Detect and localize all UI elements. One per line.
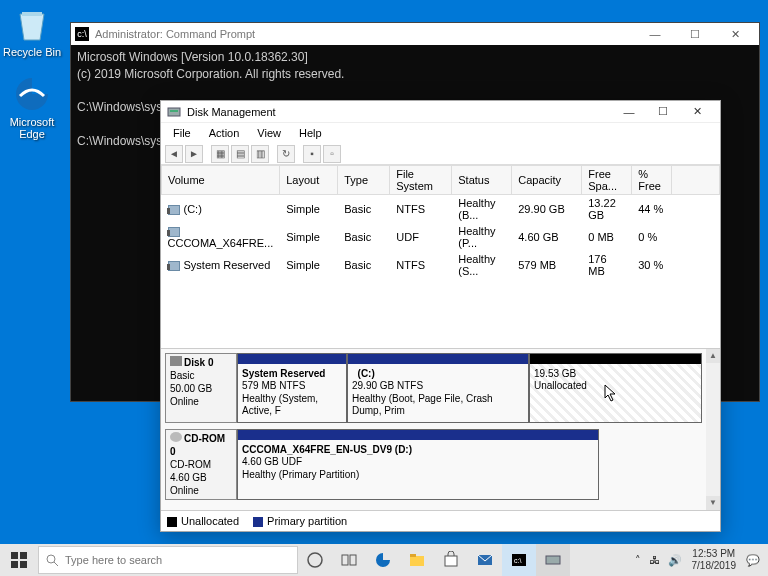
forward-button[interactable]: ► — [185, 145, 203, 163]
window-titlebar[interactable]: Disk Management — ☐ ✕ — [161, 101, 720, 123]
col-capacity[interactable]: Capacity — [512, 166, 582, 195]
menu-action[interactable]: Action — [201, 125, 248, 141]
maximize-button[interactable]: ☐ — [646, 101, 680, 123]
col-pctfree[interactable]: % Free — [632, 166, 672, 195]
volume-row[interactable]: CCCOMA_X64FRE... Simple Basic UDF Health… — [162, 223, 720, 251]
tray-network-icon[interactable]: 🖧 — [645, 554, 664, 566]
disk-row: CD-ROM 0 CD-ROM 4.60 GB Online CCCOMA_X6… — [165, 429, 716, 500]
volume-row[interactable]: System Reserved Simple Basic NTFS Health… — [162, 251, 720, 279]
svg-rect-4 — [11, 561, 18, 568]
col-volume[interactable]: Volume — [162, 166, 280, 195]
disk-info[interactable]: Disk 0 Basic 50.00 GB Online — [165, 353, 237, 423]
disk-management-icon — [167, 105, 181, 119]
menu-file[interactable]: File — [165, 125, 199, 141]
start-button[interactable] — [0, 544, 38, 576]
desktop-icon-recycle-bin[interactable]: Recycle Bin — [2, 4, 62, 58]
volume-icon — [168, 227, 180, 237]
menu-view[interactable]: View — [249, 125, 289, 141]
close-button[interactable]: ✕ — [680, 101, 714, 123]
col-status[interactable]: Status — [452, 166, 512, 195]
window-title: Administrator: Command Prompt — [95, 28, 255, 40]
scroll-up-button[interactable]: ▲ — [706, 349, 720, 363]
taskbar-app-explorer[interactable] — [400, 544, 434, 576]
minimize-button[interactable]: — — [635, 23, 675, 45]
partition-cdrom[interactable]: CCCOMA_X64FRE_EN-US_DV9 (D:) 4.60 GB UDF… — [237, 429, 599, 500]
desktop-icon-label: Microsoft Edge — [2, 116, 62, 140]
tray-overflow-button[interactable]: ˄ — [631, 554, 645, 567]
cmd-icon: c:\ — [75, 27, 89, 41]
menu-help[interactable]: Help — [291, 125, 330, 141]
disk-management-window[interactable]: Disk Management — ☐ ✕ File Action View H… — [160, 100, 721, 532]
scrollbar[interactable]: ▲ — [706, 349, 720, 510]
taskbar-app-mail[interactable] — [468, 544, 502, 576]
taskbar-app-cmd[interactable]: c:\ — [502, 544, 536, 576]
toolbar-view2-button[interactable]: ▤ — [231, 145, 249, 163]
col-layout[interactable]: Layout — [280, 166, 338, 195]
taskbar: Type here to search c:\ ˄ 🖧 🔊 12:53 PM 7… — [0, 544, 768, 576]
svg-rect-12 — [410, 554, 416, 557]
volume-icon — [168, 261, 180, 271]
column-headers[interactable]: Volume Layout Type File System Status Ca… — [162, 166, 720, 195]
col-filesystem[interactable]: File System — [390, 166, 452, 195]
legend-swatch-unallocated — [167, 517, 177, 527]
svg-rect-13 — [445, 556, 457, 566]
system-tray: ˄ 🖧 🔊 12:53 PM 7/18/2019 💬 — [627, 548, 769, 572]
volume-list-empty-area[interactable] — [161, 279, 720, 348]
svg-rect-11 — [410, 556, 424, 566]
scroll-down-button[interactable]: ▼ — [706, 496, 720, 510]
partition-unallocated[interactable]: 19.53 GB Unallocated — [529, 353, 702, 423]
volume-list[interactable]: Volume Layout Type File System Status Ca… — [161, 165, 720, 279]
search-placeholder: Type here to search — [65, 554, 162, 566]
edge-icon — [12, 74, 52, 114]
toolbar-view3-button[interactable]: ▥ — [251, 145, 269, 163]
svg-point-6 — [47, 555, 55, 563]
taskbar-app-store[interactable] — [434, 544, 468, 576]
partition-c[interactable]: (C:) 29.90 GB NTFS Healthy (Boot, Page F… — [347, 353, 529, 423]
partition-system-reserved[interactable]: System Reserved 579 MB NTFS Healthy (Sys… — [237, 353, 347, 423]
back-button[interactable]: ◄ — [165, 145, 183, 163]
toolbar-view1-button[interactable]: ▦ — [211, 145, 229, 163]
volume-icon — [168, 205, 180, 215]
maximize-button[interactable]: ☐ — [675, 23, 715, 45]
legend: Unallocated Primary partition — [161, 510, 720, 531]
menu-bar: File Action View Help — [161, 123, 720, 143]
task-view-button[interactable] — [332, 544, 366, 576]
disk-row: Disk 0 Basic 50.00 GB Online System Rese… — [165, 353, 716, 423]
taskbar-app-diskmgmt[interactable] — [536, 544, 570, 576]
toolbar-grid-button[interactable]: ▫ — [323, 145, 341, 163]
search-input[interactable]: Type here to search — [38, 546, 298, 574]
svg-line-7 — [54, 562, 58, 566]
svg-point-8 — [308, 553, 322, 567]
cortana-button[interactable] — [298, 544, 332, 576]
refresh-button[interactable]: ↻ — [277, 145, 295, 163]
svg-rect-5 — [20, 561, 27, 568]
svg-rect-17 — [546, 556, 560, 564]
svg-rect-1 — [170, 110, 178, 112]
search-icon — [45, 553, 59, 567]
tray-notifications-button[interactable]: 💬 — [742, 554, 764, 567]
svg-rect-9 — [342, 555, 348, 565]
svg-rect-3 — [20, 552, 27, 559]
close-button[interactable]: ✕ — [715, 23, 755, 45]
taskbar-app-edge[interactable] — [366, 544, 400, 576]
minimize-button[interactable]: — — [612, 101, 646, 123]
cdrom-icon — [170, 432, 182, 442]
disk-graphical-view: ▲ Disk 0 Basic 50.00 GB Online System Re… — [161, 348, 720, 510]
recycle-bin-icon — [12, 4, 52, 44]
disk-info[interactable]: CD-ROM 0 CD-ROM 4.60 GB Online — [165, 429, 237, 500]
volume-row[interactable]: (C:) Simple Basic NTFS Healthy (B... 29.… — [162, 195, 720, 224]
col-type[interactable]: Type — [338, 166, 390, 195]
toolbar-list-button[interactable]: ▪ — [303, 145, 321, 163]
legend-swatch-primary — [253, 517, 263, 527]
tray-volume-icon[interactable]: 🔊 — [664, 554, 686, 567]
tray-clock[interactable]: 12:53 PM 7/18/2019 — [686, 548, 743, 572]
svg-rect-10 — [350, 555, 356, 565]
window-title: Disk Management — [187, 106, 612, 118]
window-titlebar[interactable]: c:\ Administrator: Command Prompt — ☐ ✕ — [71, 23, 759, 45]
svg-text:c:\: c:\ — [514, 557, 521, 564]
disk-icon — [170, 356, 182, 366]
desktop-icon-label: Recycle Bin — [2, 46, 62, 58]
col-freespace[interactable]: Free Spa... — [582, 166, 632, 195]
toolbar: ◄ ► ▦ ▤ ▥ ↻ ▪ ▫ — [161, 143, 720, 165]
desktop-icon-edge[interactable]: Microsoft Edge — [2, 74, 62, 140]
